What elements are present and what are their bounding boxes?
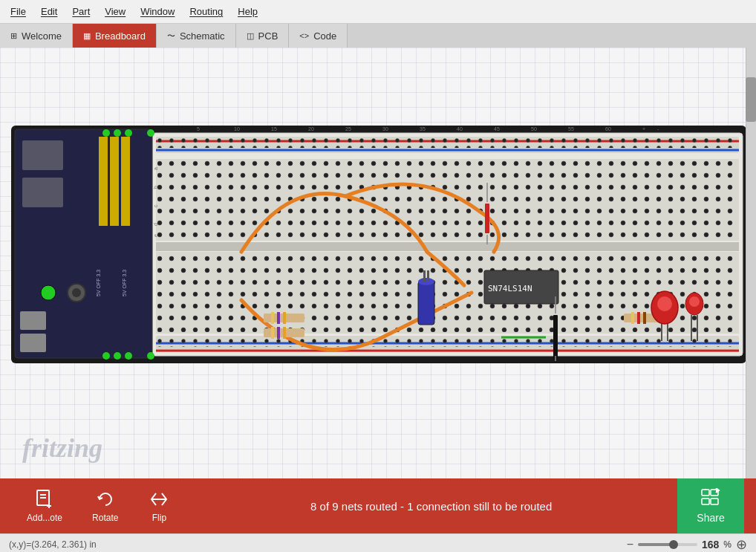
menu-edit[interactable]: Edit: [33, 3, 65, 20]
svg-rect-38: [157, 137, 737, 148]
coordinates: (x,y)=(3.264, 2.361) in: [9, 539, 97, 550]
zoom-controls: − 168 % ⊕: [627, 536, 747, 553]
canvas-area[interactable]: fritzing: [0, 48, 756, 478]
zoom-out-button[interactable]: −: [627, 538, 633, 551]
svg-text:55: 55: [568, 126, 574, 131]
svg-point-27: [102, 352, 110, 360]
tab-schematic[interactable]: 〜 Schematic: [157, 24, 236, 48]
svg-rect-20: [99, 137, 108, 226]
svg-rect-39: [157, 337, 737, 347]
svg-rect-114: [702, 490, 709, 496]
svg-text:30: 30: [382, 126, 388, 131]
svg-point-18: [72, 288, 81, 297]
svg-rect-47: [283, 327, 286, 339]
status-message: 8 of 9 nets routed - 1 connection still …: [185, 500, 677, 513]
tabbar: ⊞ Welcome ▦ Breadboard 〜 Schematic ◫ PCB…: [0, 24, 756, 48]
svg-rect-50: [637, 312, 640, 324]
tab-schematic-label: Schematic: [180, 30, 225, 42]
svg-text:+: +: [642, 126, 645, 131]
zoom-slider-thumb[interactable]: [669, 540, 678, 549]
tab-pcb[interactable]: ◫ PCB: [236, 24, 290, 48]
svg-text:c: c: [153, 204, 158, 207]
add-note-label: Add...ote: [27, 513, 62, 523]
svg-text:25: 25: [345, 126, 351, 131]
bottom-toolbar: Add...ote Rotate Flip 8 of 9 nets routed…: [0, 478, 756, 533]
breadboard-icon: ▦: [83, 31, 91, 41]
svg-rect-12: [22, 140, 63, 170]
share-button[interactable]: Share: [677, 478, 744, 533]
tab-code[interactable]: <> Code: [289, 24, 348, 48]
svg-rect-13: [22, 178, 63, 207]
svg-point-28: [114, 352, 121, 360]
tab-welcome[interactable]: ⊞ Welcome: [0, 24, 73, 48]
scrollbar-thumb[interactable]: [746, 77, 756, 122]
svg-text:35: 35: [420, 126, 426, 131]
svg-rect-55: [427, 270, 429, 282]
share-label: Share: [697, 512, 724, 524]
tab-code-label: Code: [313, 30, 336, 42]
svg-rect-117: [711, 499, 718, 504]
svg-point-53: [418, 278, 434, 285]
svg-text:15: 15: [271, 126, 277, 131]
svg-rect-14: [20, 311, 46, 330]
menu-help[interactable]: Help: [230, 3, 265, 20]
svg-point-16: [41, 285, 56, 300]
svg-text:60: 60: [605, 126, 611, 131]
flip-label: Flip: [152, 513, 166, 523]
svg-text:20: 20: [308, 126, 314, 131]
svg-point-29: [125, 352, 132, 360]
zoom-in-button[interactable]: ⊕: [736, 536, 747, 553]
svg-rect-46: [277, 327, 280, 339]
svg-rect-54: [423, 270, 426, 282]
menu-part[interactable]: Part: [65, 3, 97, 20]
file-plus-icon: [34, 489, 55, 510]
menubar: File Edit Part View Window Routing Help: [0, 0, 756, 24]
svg-rect-15: [20, 334, 46, 352]
share-icon: [700, 488, 721, 509]
menu-routing[interactable]: Routing: [182, 3, 230, 20]
scrollbar-right[interactable]: [746, 48, 756, 478]
svg-text:40: 40: [457, 126, 463, 131]
svg-text:10: 10: [234, 126, 240, 131]
status-bar: (x,y)=(3.264, 2.361) in − 168 % ⊕: [0, 533, 756, 552]
rotate-button[interactable]: Rotate: [77, 483, 133, 529]
tab-pcb-label: PCB: [258, 30, 278, 42]
flip-button[interactable]: Flip: [133, 483, 185, 529]
tab-breadboard-label: Breadboard: [95, 30, 146, 42]
rotate-icon: [95, 489, 116, 510]
svg-text:a: a: [153, 167, 158, 170]
svg-text:e: e: [153, 234, 158, 237]
zoom-unit: %: [723, 539, 731, 550]
svg-point-30: [147, 352, 154, 360]
svg-point-77: [689, 296, 700, 307]
menu-file[interactable]: File: [3, 3, 33, 20]
svg-rect-41: [271, 312, 274, 324]
svg-rect-116: [702, 499, 709, 504]
svg-rect-22: [121, 137, 130, 226]
svg-rect-21: [110, 137, 119, 226]
svg-rect-52: [418, 282, 434, 325]
svg-rect-51: [643, 312, 646, 324]
svg-text:50: 50: [531, 126, 537, 131]
svg-point-26: [147, 129, 154, 137]
svg-point-75: [657, 296, 672, 311]
svg-point-25: [125, 129, 132, 137]
svg-text:5V OFF 3.3: 5V OFF 3.3: [122, 270, 127, 296]
svg-text:5: 5: [197, 126, 200, 131]
svg-point-24: [114, 129, 121, 137]
zoom-slider[interactable]: [638, 543, 697, 546]
pcb-icon: ◫: [247, 31, 254, 41]
svg-text:5V OFF 3.3: 5V OFF 3.3: [96, 270, 101, 296]
tab-breadboard[interactable]: ▦ Breadboard: [73, 24, 157, 48]
tab-welcome-label: Welcome: [22, 30, 62, 42]
svg-rect-82: [485, 204, 489, 233]
svg-rect-49: [631, 312, 634, 324]
svg-rect-86: [553, 315, 558, 360]
fritzing-logo: fritzing: [22, 432, 102, 464]
menu-view[interactable]: View: [97, 3, 133, 20]
breadboard-svg: 5V OFF 3.3 5V OFF 3.3: [11, 122, 746, 367]
breadboard-container[interactable]: 5V OFF 3.3 5V OFF 3.3: [11, 122, 746, 367]
svg-text:d: d: [153, 223, 158, 226]
menu-window[interactable]: Window: [133, 3, 182, 20]
add-note-button[interactable]: Add...ote: [12, 483, 77, 529]
